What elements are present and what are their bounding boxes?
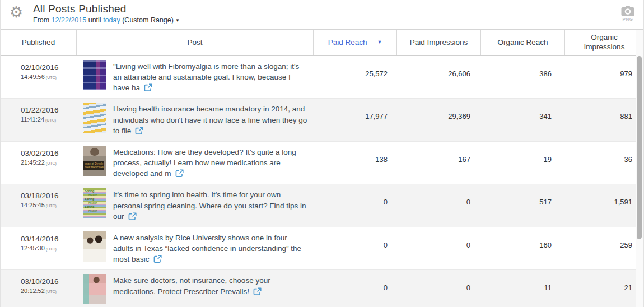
utc-label: (UTC) <box>45 118 56 122</box>
title-block: All Posts Published From 12/22/2015 unti… <box>33 3 180 24</box>
topbar: ⚙ All Posts Published From 12/22/2015 un… <box>1 0 643 29</box>
chevron-down-icon[interactable]: ▼ <box>175 18 180 23</box>
organic-impressions-value: 21 <box>564 270 643 307</box>
utc-label: (UTC) <box>46 204 57 208</box>
post-cell: SpringHealth SpringHealth SpringHealth I… <box>76 184 313 226</box>
paid-impressions-value: 0 <box>396 227 480 269</box>
organic-impressions-value: 36 <box>564 142 643 184</box>
png-label: PNG <box>618 17 638 22</box>
scrollbar-track[interactable] <box>636 30 643 307</box>
published-cell: 03/18/2016 14:25:45(UTC) <box>1 184 76 226</box>
column-header-post: Post <box>76 30 313 55</box>
post-date: 03/02/2016 <box>21 149 73 157</box>
external-link-icon[interactable] <box>175 169 184 180</box>
date-range: From 12/22/2015 until today (Custom Rang… <box>33 16 180 24</box>
utc-label: (UTC) <box>46 247 57 251</box>
sort-caret-icon[interactable]: ▼ <box>377 39 382 45</box>
table-row: 03/18/2016 14:25:45(UTC) SpringHealth Sp… <box>1 184 643 226</box>
post-cell: A new analysis by Rice University shows … <box>76 227 313 269</box>
post-thumbnail[interactable] <box>83 274 106 304</box>
organic-impressions-value: 1,591 <box>564 184 643 226</box>
png-export-button[interactable]: PNG <box>618 6 638 22</box>
post-cell: enge of DeveleNew Medicines Medications:… <box>76 142 313 184</box>
table-row: 01/22/2016 11:41:24(UTC) Having health i… <box>1 98 643 141</box>
column-header-paid-reach[interactable]: Paid Reach ▼ <box>313 30 396 55</box>
organic-impressions-value: 881 <box>564 99 643 141</box>
published-cell: 03/10/2016 20:12:52(UTC) <box>1 270 76 307</box>
utc-label: (UTC) <box>46 161 57 165</box>
post-time: 11:41:24(UTC) <box>21 116 73 123</box>
post-time: 14:49:56(UTC) <box>21 73 73 80</box>
table-header: Published Post Paid Reach ▼ Paid Impress… <box>1 29 643 56</box>
organic-reach-value: 341 <box>480 99 564 141</box>
external-link-icon[interactable] <box>144 83 152 95</box>
paid-impressions-value: 26,606 <box>396 56 480 98</box>
post-thumbnail[interactable]: SpringHealth SpringHealth SpringHealth <box>83 188 106 218</box>
column-header-published[interactable]: Published <box>1 30 76 55</box>
start-date-link[interactable]: 12/22/2015 <box>52 16 87 24</box>
post-text: A new analysis by Rice University shows … <box>113 232 309 266</box>
post-thumbnail[interactable] <box>83 103 106 133</box>
organic-reach-value: 11 <box>480 270 564 307</box>
post-text: Medications: How are they developed? It'… <box>113 147 309 180</box>
post-text: Having health insurance became mandatory… <box>113 104 309 137</box>
post-date: 03/14/2016 <box>21 235 73 243</box>
post-date: 03/10/2016 <box>21 277 73 286</box>
post-time: 21:45:22(UTC) <box>21 159 73 166</box>
table-row: 03/10/2016 20:12:52(UTC) Make sure docto… <box>1 269 643 307</box>
table-row: 03/14/2016 12:45:30(UTC) A new analysis … <box>1 227 643 269</box>
scrollbar-thumb[interactable] <box>637 56 642 239</box>
post-time: 14:25:45(UTC) <box>21 202 73 208</box>
organic-reach-value: 517 <box>480 184 564 226</box>
post-text: It's time to spring into health. It's ti… <box>113 189 309 223</box>
published-cell: 03/02/2016 21:45:22(UTC) <box>1 142 76 184</box>
range-label: (Custom Range) <box>122 16 174 24</box>
post-thumbnail[interactable] <box>83 60 106 90</box>
paid-impressions-value: 29,369 <box>396 99 480 141</box>
post-thumbnail[interactable] <box>83 231 106 262</box>
paid-impressions-value: 0 <box>396 270 480 307</box>
published-cell: 03/14/2016 12:45:30(UTC) <box>1 227 76 269</box>
paid-reach-value: 138 <box>313 142 396 184</box>
post-cell: Make sure doctors, not insurance, choose… <box>76 270 313 307</box>
end-date-link[interactable]: today <box>103 16 120 24</box>
paid-reach-label: Paid Reach <box>328 38 367 48</box>
organic-reach-value: 19 <box>480 142 564 184</box>
post-cell: "Living well with Fibromyalgia is more t… <box>76 56 313 98</box>
column-header-paid-impressions[interactable]: Paid Impressions <box>396 30 480 55</box>
published-cell: 01/22/2016 11:41:24(UTC) <box>1 99 76 141</box>
post-date: 01/22/2016 <box>21 106 73 114</box>
post-thumbnail[interactable]: enge of DeveleNew Medicines <box>83 146 106 176</box>
published-cell: 02/10/2016 14:49:56(UTC) <box>1 56 76 98</box>
column-header-organic-reach[interactable]: Organic Reach <box>480 30 564 55</box>
page-title: All Posts Published <box>33 3 180 15</box>
paid-reach-value: 0 <box>313 227 396 269</box>
post-cell: Having health insurance became mandatory… <box>76 99 313 141</box>
until-label: until <box>88 16 101 24</box>
table-row: 02/10/2016 14:49:56(UTC) "Living well wi… <box>1 56 643 98</box>
external-link-icon[interactable] <box>253 287 262 299</box>
organic-impressions-value: 979 <box>564 56 643 98</box>
utc-label: (UTC) <box>46 76 57 80</box>
utc-label: (UTC) <box>46 290 57 294</box>
column-header-organic-impressions[interactable]: Organic Impressions <box>564 30 643 55</box>
post-text: Make sure doctors, not insurance, choose… <box>113 275 309 298</box>
external-link-icon[interactable] <box>128 212 137 224</box>
paid-impressions-value: 0 <box>396 184 480 226</box>
insights-panel: ⚙ All Posts Published From 12/22/2015 un… <box>0 0 644 307</box>
external-link-icon[interactable] <box>153 255 162 266</box>
paid-reach-value: 25,572 <box>313 56 396 98</box>
thumbnail-caption: SpringHealth SpringHealth SpringHealth <box>85 189 105 217</box>
paid-impressions-value: 167 <box>396 142 480 184</box>
camera-icon <box>621 6 634 16</box>
organic-impressions-value: 259 <box>564 227 643 269</box>
post-time: 20:12:52(UTC) <box>21 287 73 294</box>
gear-icon[interactable]: ⚙ <box>10 4 23 20</box>
paid-reach-value: 0 <box>313 184 396 226</box>
post-text: "Living well with Fibromyalgia is more t… <box>113 61 309 95</box>
thumbnail-caption: enge of DeveleNew Medicines <box>83 161 104 170</box>
post-date: 03/18/2016 <box>21 192 73 200</box>
external-link-icon[interactable] <box>135 127 143 138</box>
paid-reach-value: 0 <box>313 270 396 307</box>
organic-reach-value: 386 <box>480 56 564 98</box>
